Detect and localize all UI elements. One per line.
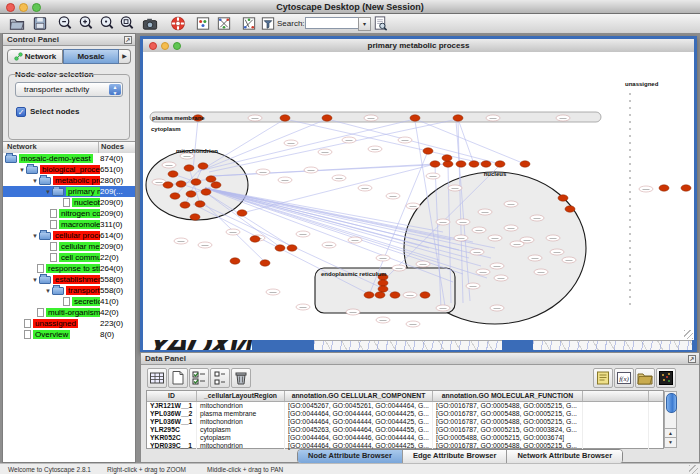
tree-item[interactable]: response to stimulu264(0) [3,263,135,274]
network-node[interactable] [364,292,374,298]
node-label-oval[interactable] [476,269,490,275]
node-label-oval[interactable] [454,235,468,241]
attribute-matrix-icon[interactable] [656,368,676,388]
node-label-oval[interactable] [376,255,390,261]
search-dropdown-button[interactable]: ▾ [358,17,371,31]
network-node[interactable] [180,202,190,208]
zoom-fit-icon[interactable] [118,15,136,32]
more-tabs-arrow[interactable]: ▶ [119,49,131,64]
node-label-oval[interactable] [342,137,356,143]
tree-item[interactable]: mosaic-demo-yeast874(0) [3,153,135,164]
tree-column-network[interactable]: Network [3,142,99,153]
tree-item[interactable]: ▼metabolic process280(0) [3,175,135,186]
node-label-oval[interactable] [504,225,518,231]
node-label-oval[interactable] [436,305,450,311]
network-node[interactable] [191,179,201,185]
window-resize-grip[interactable] [689,465,698,474]
help-lifesaver-icon[interactable] [169,15,187,32]
tree-item[interactable]: ▼transport558(0) [3,285,135,296]
network-node[interactable] [469,161,479,167]
expand-arrow-icon[interactable]: ▼ [44,189,52,195]
network-node[interactable] [198,163,208,169]
node-label-oval[interactable] [470,249,484,255]
scrollbar-thumb[interactable] [666,393,677,413]
tab-mosaic[interactable]: Mosaic [63,49,119,64]
node-label-oval[interactable] [278,177,292,183]
select-nodes-checkbox[interactable]: ✓ [16,107,26,117]
filter-icon[interactable] [259,15,277,32]
attribute-editor-icon[interactable] [593,368,613,388]
snapshot-camera-icon[interactable] [141,15,159,32]
column-header-filler[interactable] [583,391,649,401]
vizmapper-icon[interactable] [194,15,212,32]
node-label-oval[interactable] [332,175,346,181]
tab-network-attribute-browser[interactable]: Network Attribute Browser [507,450,622,463]
network-node[interactable] [190,214,200,220]
network-node[interactable] [375,292,385,298]
node-label-oval[interactable] [162,162,176,168]
network-node[interactable] [201,189,211,195]
node-label-oval[interactable] [550,249,564,255]
network-node[interactable] [184,165,194,171]
save-icon[interactable] [31,15,49,32]
node-label-oval[interactable] [392,265,406,271]
node-label-oval[interactable] [546,235,560,241]
node-label-oval[interactable] [556,115,570,121]
table-row[interactable]: YLR295Ccytoplasm[GO:0045263, GO:0044464,… [147,426,663,434]
tree-item[interactable]: ▼cellular process614(0) [3,230,135,241]
network-node[interactable] [322,115,332,121]
network-node[interactable] [659,185,669,191]
tree-item[interactable]: nitrogen compo209(0) [3,208,135,219]
window-titlebar[interactable]: Cytoscape Desktop (New Session) [0,0,700,14]
zoom-actual-icon[interactable] [98,15,116,32]
node-label-oval[interactable] [416,261,430,267]
node-color-dropdown[interactable]: transporter activity ▲▼ [15,82,123,97]
network-canvas[interactable]: plasma membranecytoplasmmitochondrionnuc… [143,52,694,340]
tree-item[interactable]: Overview8(0) [3,329,135,340]
expand-arrow-icon[interactable]: ▼ [31,233,39,239]
network-window-titlebar[interactable]: primary metabolic process [143,39,694,53]
node-label-oval[interactable] [534,269,548,275]
node-label-oval[interactable] [504,201,518,207]
layout-a-icon[interactable] [215,15,233,32]
network-node[interactable] [453,115,463,121]
node-label-oval[interactable] [198,242,212,248]
column-header[interactable]: annotation.GO MOLECULAR_FUNCTION [433,391,583,401]
node-label-oval[interactable] [304,167,318,173]
node-label-oval[interactable] [510,241,524,247]
node-label-oval[interactable] [466,283,480,289]
network-node[interactable] [230,258,240,264]
import-attributes-icon[interactable] [635,368,655,388]
unselect-attributes-icon[interactable] [210,368,230,388]
network-node[interactable] [280,115,290,121]
node-label-oval[interactable] [478,209,492,215]
open-icon[interactable] [8,15,26,32]
node-label-oval[interactable] [266,289,280,295]
node-label-oval[interactable] [256,169,270,175]
node-label-oval[interactable] [348,237,362,243]
node-label-oval[interactable] [364,115,378,121]
node-label-oval[interactable] [376,317,390,323]
network-node[interactable] [410,115,420,121]
tab-edge-attribute-browser[interactable]: Edge Attribute Browser [403,450,507,463]
expand-arrow-icon[interactable]: ▼ [31,178,39,184]
column-header[interactable]: annotation.GO CELLULAR_COMPONENT [285,391,433,401]
node-label-oval[interactable] [639,186,653,192]
node-label-oval[interactable] [398,137,412,143]
float-data-panel-icon[interactable]: ↗ [688,355,696,363]
network-node[interactable] [176,181,186,187]
column-header[interactable]: ID [147,391,197,401]
network-node[interactable] [206,176,216,182]
network-node[interactable] [237,210,247,216]
network-node[interactable] [170,193,180,199]
tab-node-attribute-browser[interactable]: Node Attribute Browser [298,450,403,463]
node-label-oval[interactable] [426,173,440,179]
table-icon[interactable] [147,368,167,388]
tree-column-nodes[interactable]: Nodes [99,142,135,153]
node-label-oval[interactable] [284,140,298,146]
network-node[interactable] [443,161,453,167]
node-label-oval[interactable] [346,309,360,315]
delete-attribute-icon[interactable] [231,368,251,388]
network-node[interactable] [442,155,452,161]
tab-network[interactable]: Network [7,49,63,64]
